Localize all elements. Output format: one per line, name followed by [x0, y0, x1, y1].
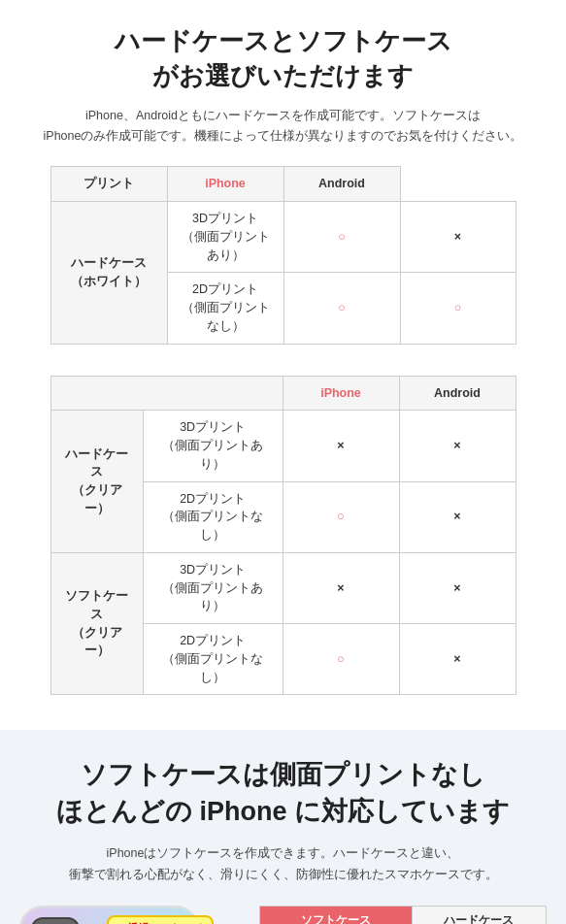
bottom-subtitle: iPhoneはソフトケースを作成できます。ハードケースと違い、 衝撃で割れる心配…	[19, 842, 547, 886]
subtitle-text: iPhone、Androidともにハードケースを作成可能です。ソフトケースは i…	[19, 106, 547, 148]
col-header-empty	[50, 376, 283, 411]
row-label-soft-clear: ソフトケース（クリアー）	[50, 552, 143, 695]
t2-r3-c1: 3Dプリント（側面プリントあり）	[143, 552, 283, 623]
t2-r1-c1: 3Dプリント（側面プリントあり）	[143, 411, 283, 481]
col-header-print: プリント	[50, 167, 167, 202]
row-label-hard-white: ハードケース（ホワイト）	[50, 202, 167, 345]
t2-r4-c1: 2Dプリント（側面プリントなし）	[143, 624, 283, 695]
t2-r4-c2: ○	[283, 624, 399, 695]
t2-r3-c3: ×	[399, 552, 516, 623]
col-header-iphone-2: iPhone	[283, 376, 399, 411]
t1-r1-c1: 3Dプリント（側面プリントあり）	[167, 202, 283, 273]
comparison-area: ＊透過ではないイラストは背景色もプリント	[19, 906, 547, 924]
t1-r2-c2: ○	[283, 273, 400, 344]
compare-table: ソフトケース ハードケース 素材 TPU（熱可塑性ポリウレタン） ポリカーボネー…	[220, 906, 547, 924]
table1-wrapper: プリント iPhone Android ハードケース（ホワイト） 3Dプリント（…	[19, 166, 547, 344]
t2-r1-c2: ×	[283, 411, 399, 481]
case-table-2: iPhone Android ハードケース（クリアー） 3Dプリント（側面プリン…	[50, 376, 516, 696]
col-header-android-1: Android	[283, 167, 400, 202]
t2-r4-c3: ×	[399, 624, 516, 695]
row-label-hard-clear: ハードケース（クリアー）	[50, 411, 143, 553]
main-title: ハードケースとソフトケースがお選びいただけます	[19, 23, 547, 94]
t1-r1-c3: ×	[400, 202, 516, 273]
col-header-android-2: Android	[399, 376, 516, 411]
compare-th-soft: ソフトケース	[260, 906, 413, 924]
t1-r1-c2: ○	[283, 202, 400, 273]
phone-image-column: ＊透過ではないイラストは背景色もプリント	[19, 906, 209, 924]
right-col: ソフトケース ハードケース 素材 TPU（熱可塑性ポリウレタン） ポリカーボネー…	[220, 906, 547, 924]
col-header-iphone-1: iPhone	[167, 167, 283, 202]
t1-r2-c3: ○	[400, 273, 516, 344]
t2-r1-c3: ×	[399, 411, 516, 481]
table2-wrapper: iPhone Android ハードケース（クリアー） 3Dプリント（側面プリン…	[19, 376, 547, 696]
t2-r2-c2: ○	[283, 481, 399, 552]
t2-r2-c3: ×	[399, 481, 516, 552]
case-table-1: プリント iPhone Android ハードケース（ホワイト） 3Dプリント（…	[50, 166, 516, 344]
compare-th-hard: ハードケース	[412, 906, 546, 924]
t2-r3-c2: ×	[283, 552, 399, 623]
badge-label: ＊透過ではないイラストは背景色もプリント	[107, 915, 214, 924]
bottom-section: ソフトケースは側面プリントなしほとんどの iPhone に対応しています iPh…	[0, 730, 566, 924]
compare-th-empty	[221, 906, 260, 924]
t1-r2-c1: 2Dプリント（側面プリントなし）	[167, 273, 283, 344]
top-section: ハードケースとソフトケースがお選びいただけます iPhone、Androidとも…	[0, 0, 566, 730]
t2-r2-c1: 2Dプリント（側面プリントなし）	[143, 481, 283, 552]
bottom-title: ソフトケースは側面プリントなしほとんどの iPhone に対応しています	[19, 757, 547, 831]
